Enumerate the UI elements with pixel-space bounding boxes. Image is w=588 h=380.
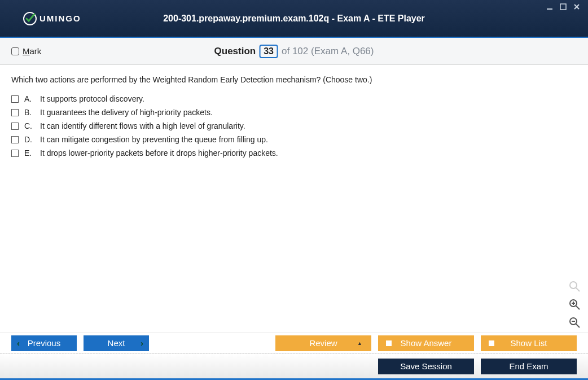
brand-text: UMINGO: [40, 14, 81, 23]
question-text: Which two actions are performed by the W…: [11, 75, 577, 84]
answer-text: It supports protocol discovery.: [40, 94, 144, 103]
square-icon: [489, 340, 494, 346]
answer-letter: E.: [24, 148, 34, 158]
review-button[interactable]: Review▲: [275, 335, 371, 351]
answer-letter: B.: [24, 108, 34, 117]
answer-option[interactable]: B. It guarantees the delivery of high-pr…: [11, 108, 577, 117]
answer-letter: C.: [24, 121, 34, 130]
footer: ‹Previous Next› Review▲ Show Answer Show…: [0, 332, 588, 380]
question-number: 33: [259, 45, 278, 58]
svg-point-3: [570, 282, 577, 289]
title-bar: UMINGO 200-301.prepaway.premium.exam.102…: [0, 0, 588, 38]
window-controls: [546, 3, 582, 10]
triangle-up-icon: ▲: [357, 340, 362, 346]
answer-letter: A.: [24, 94, 34, 103]
svg-line-6: [576, 306, 580, 309]
show-list-button[interactable]: Show List: [481, 335, 577, 351]
svg-rect-1: [547, 8, 552, 10]
answer-checkbox[interactable]: [11, 109, 19, 116]
svg-line-4: [576, 288, 580, 291]
question-position: Question 33 of 102 (Exam A, Q66): [214, 45, 374, 58]
answer-option[interactable]: E. It drops lower-priority packets befor…: [11, 148, 577, 158]
answer-checkbox[interactable]: [11, 123, 19, 130]
maximize-icon[interactable]: [560, 3, 569, 10]
svg-rect-2: [560, 4, 566, 10]
mark-toggle[interactable]: Mark: [11, 46, 41, 56]
close-icon[interactable]: [573, 3, 582, 10]
minimize-icon[interactable]: [546, 3, 555, 10]
answer-checkbox[interactable]: [11, 150, 19, 157]
answer-checkbox[interactable]: [11, 136, 19, 143]
question-info-bar: Mark Question 33 of 102 (Exam A, Q66): [0, 38, 588, 65]
show-answer-button[interactable]: Show Answer: [378, 335, 474, 351]
answer-option[interactable]: A. It supports protocol discovery.: [11, 94, 577, 103]
square-icon: [386, 340, 392, 346]
question-content: Which two actions are performed by the W…: [0, 65, 588, 324]
zoom-tools: [568, 279, 581, 329]
svg-line-10: [576, 324, 580, 327]
answer-text: It drops lower-priority packets before i…: [40, 148, 278, 158]
window-title: 200-301.prepaway.premium.exam.102q - Exa…: [163, 14, 425, 24]
mark-label: Mark: [23, 46, 41, 56]
question-context: of 102 (Exam A, Q66): [282, 46, 374, 57]
search-icon[interactable]: [568, 279, 581, 293]
zoom-in-icon[interactable]: [568, 298, 581, 311]
next-button[interactable]: Next›: [84, 335, 149, 351]
answer-text: It guarantees the delivery of high-prior…: [40, 108, 213, 117]
end-exam-button[interactable]: End Exam: [481, 359, 577, 374]
answers-list: A. It supports protocol discovery. B. It…: [11, 94, 577, 158]
answer-option[interactable]: D. It can mitigate congestion by prevent…: [11, 135, 577, 144]
answer-checkbox[interactable]: [11, 95, 19, 103]
logo-check-icon: [23, 11, 37, 26]
answer-option[interactable]: C. It can identify different flows with …: [11, 121, 577, 130]
save-session-button[interactable]: Save Session: [378, 359, 474, 374]
answer-text: It can mitigate congestion by preventing…: [40, 135, 268, 144]
nav-button-row: ‹Previous Next› Review▲ Show Answer Show…: [0, 332, 588, 353]
zoom-out-icon[interactable]: [568, 316, 581, 329]
answer-text: It can identify different flows with a h…: [40, 121, 245, 130]
previous-button[interactable]: ‹Previous: [11, 335, 77, 351]
mark-checkbox[interactable]: [11, 47, 19, 55]
question-word: Question: [214, 46, 256, 57]
app-logo: UMINGO: [23, 11, 81, 26]
answer-letter: D.: [24, 135, 34, 144]
session-button-row: Save Session End Exam: [0, 353, 588, 378]
